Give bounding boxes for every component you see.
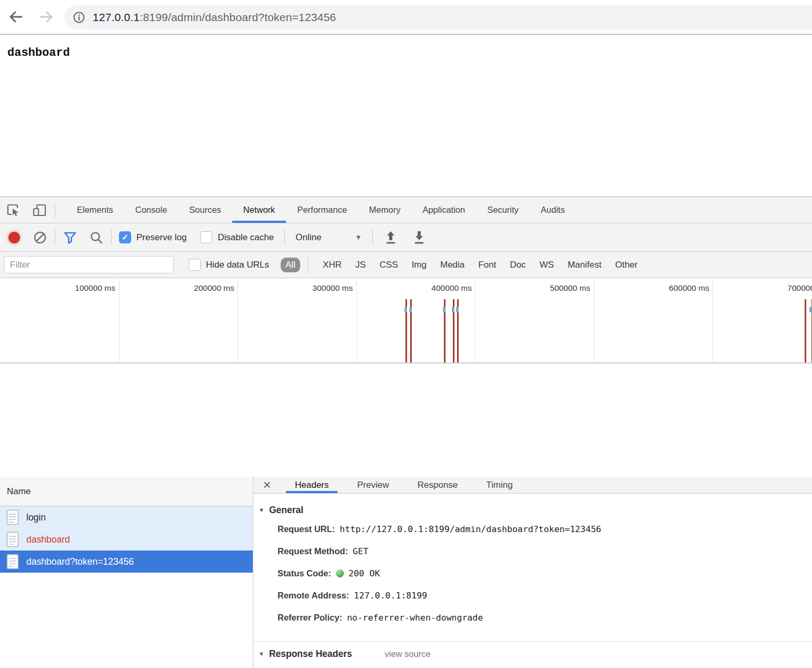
name-column-header[interactable]: Name: [0, 477, 253, 506]
filter-type-doc[interactable]: Doc: [510, 260, 526, 270]
triangle-down-icon: ▼: [259, 507, 264, 513]
export-har-button[interactable]: [412, 230, 427, 245]
preserve-log-checkbox[interactable]: ✓: [119, 231, 131, 243]
filter-type-all[interactable]: All: [281, 258, 300, 272]
search-button[interactable]: [89, 230, 104, 245]
request-tick: [409, 307, 412, 312]
divider: [372, 230, 373, 245]
timeline-tick: 600000 ms: [594, 283, 713, 293]
filter-type-other[interactable]: Other: [615, 260, 638, 270]
tab-sources[interactable]: Sources: [178, 197, 232, 223]
request-name: login: [26, 512, 46, 523]
url-path: :8199/admin/dashboard?token=123456: [140, 11, 336, 23]
page-viewport: dashboard: [0, 36, 812, 197]
filter-input[interactable]: [4, 256, 174, 273]
tab-response[interactable]: Response: [409, 477, 467, 493]
record-button[interactable]: [8, 232, 20, 243]
filter-icon-button[interactable]: [63, 230, 77, 245]
header-key: Remote Address:: [278, 591, 349, 601]
import-har-button[interactable]: [383, 230, 398, 245]
throttling-dropdown[interactable]: Online ▼: [295, 232, 362, 243]
request-tick: [443, 307, 445, 312]
header-key: Request Method:: [278, 546, 348, 556]
inspect-element-button[interactable]: [0, 197, 26, 223]
status-ok-dot: [336, 569, 344, 577]
filter-type-manifest[interactable]: Manifest: [568, 260, 601, 270]
tab-memory[interactable]: Memory: [358, 197, 412, 223]
filter-type-xhr[interactable]: XHR: [323, 260, 342, 270]
request-name: dashboard?token=123456: [26, 556, 134, 567]
filter-type-ws[interactable]: WS: [540, 260, 554, 270]
network-filter-bar: Hide data URLs All XHR JS CSS Img Media …: [0, 252, 812, 278]
section-title: Response Headers: [269, 649, 352, 660]
url-host: 127.0.0.1: [93, 11, 140, 23]
filter-type-font[interactable]: Font: [478, 260, 496, 270]
filter-type-img[interactable]: Img: [412, 260, 427, 270]
request-details-panel: × Headers Preview Response Timing ▼ Gene…: [253, 477, 812, 668]
tab-headers[interactable]: Headers: [286, 477, 338, 493]
device-toolbar-button[interactable]: [26, 197, 53, 223]
devtools-tab-bar: Elements Console Sources Network Perform…: [0, 197, 812, 223]
request-list: Name login dashbo: [0, 477, 253, 668]
request-tick: [456, 307, 459, 312]
headers-body: ▼ General Request URL: http://127.0.0.1:…: [253, 494, 812, 668]
divider: [308, 257, 308, 273]
hide-data-urls-checkbox[interactable]: [189, 259, 201, 271]
header-value: GET: [353, 546, 369, 556]
tab-security[interactable]: Security: [476, 197, 530, 223]
disable-cache-checkbox[interactable]: [200, 231, 212, 243]
page-body-text: dashboard: [7, 46, 70, 60]
tab-network[interactable]: Network: [232, 197, 286, 223]
back-arrow-icon: [7, 8, 25, 26]
request-row-dashboard-token[interactable]: dashboard?token=123456: [0, 551, 253, 573]
timeline-tick: 100000 ms: [0, 283, 119, 293]
header-value: http://127.0.0.1:8199/admin/dashboard?to…: [340, 524, 601, 534]
filter-type-js[interactable]: JS: [355, 260, 366, 270]
request-row-dashboard[interactable]: dashboard: [0, 528, 253, 551]
timeline-tick: 700000 ms: [712, 283, 812, 293]
forward-arrow-icon: [37, 8, 55, 26]
inspect-cursor-icon: [6, 203, 21, 218]
close-details-button[interactable]: ×: [253, 477, 281, 493]
general-section-header[interactable]: ▼ General: [259, 502, 812, 518]
header-row: Request Method: GET: [259, 540, 812, 562]
tab-console[interactable]: Console: [124, 197, 179, 223]
view-source-link[interactable]: view source: [384, 649, 430, 659]
clear-button[interactable]: [33, 230, 47, 245]
divider: [55, 230, 55, 245]
request-name: dashboard: [26, 534, 70, 545]
document-icon: [6, 554, 19, 569]
back-button[interactable]: [4, 5, 27, 28]
chevron-down-icon: ▼: [355, 233, 362, 241]
timeline-tick: 200000 ms: [119, 283, 238, 293]
response-headers-section-header[interactable]: ▼ Response Headers view source: [259, 646, 812, 662]
tab-performance[interactable]: Performance: [286, 197, 358, 223]
hide-data-urls-label[interactable]: Hide data URLs: [206, 260, 269, 270]
header-key: Request URL:: [278, 524, 335, 534]
document-icon: [6, 509, 19, 525]
request-row-login[interactable]: login: [0, 506, 253, 528]
tab-application[interactable]: Application: [411, 197, 476, 223]
url-bar[interactable]: 127.0.0.1:8199/admin/dashboard?token=123…: [64, 5, 812, 30]
tab-elements[interactable]: Elements: [66, 197, 124, 223]
tab-preview[interactable]: Preview: [348, 477, 398, 493]
disable-cache-label[interactable]: Disable cache: [217, 232, 274, 243]
divider: [55, 202, 55, 218]
load-event-line: [805, 299, 806, 362]
site-info-icon[interactable]: [73, 11, 85, 24]
request-tick: [452, 307, 454, 312]
header-key: Status Code:: [278, 568, 331, 578]
filter-type-css[interactable]: CSS: [380, 260, 398, 270]
divider: [111, 230, 112, 245]
header-row: Remote Address: 127.0.0.1:8199: [259, 584, 812, 606]
tab-timing[interactable]: Timing: [477, 477, 521, 493]
request-tick: [809, 307, 812, 312]
preserve-log-label[interactable]: Preserve log: [136, 232, 186, 243]
header-row: Request URL: http://127.0.0.1:8199/admin…: [259, 518, 812, 540]
browser-toolbar: 127.0.0.1:8199/admin/dashboard?token=123…: [0, 0, 812, 35]
tab-audits[interactable]: Audits: [530, 197, 576, 223]
timeline-tick: 500000 ms: [475, 283, 594, 293]
forward-button[interactable]: [35, 5, 58, 28]
network-overview[interactable]: 100000 ms 200000 ms 300000 ms 400000 ms …: [0, 278, 812, 364]
filter-type-media[interactable]: Media: [440, 260, 464, 270]
